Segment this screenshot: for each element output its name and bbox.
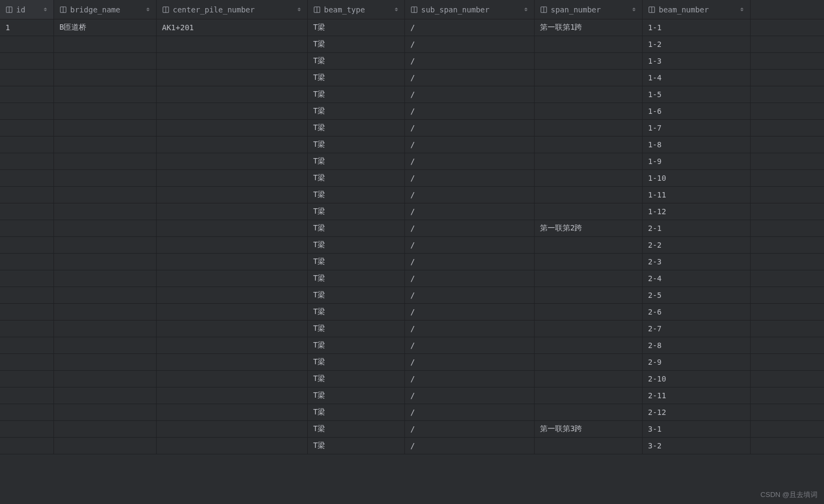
- cell-sub_span_number[interactable]: /: [405, 371, 535, 387]
- cell-beam_number[interactable]: 1-5: [643, 86, 751, 103]
- cell-bridge_name[interactable]: [54, 120, 157, 136]
- cell-sub_span_number[interactable]: /: [405, 337, 535, 353]
- table-row[interactable]: 1B匝道桥AK1+201T梁/第一联第1跨1-1: [0, 19, 824, 36]
- cell-sub_span_number[interactable]: /: [405, 170, 535, 186]
- cell-beam_type[interactable]: T梁: [308, 321, 405, 337]
- cell-beam_type[interactable]: T梁: [308, 237, 405, 253]
- cell-beam_number[interactable]: 1-9: [643, 153, 751, 169]
- table-row[interactable]: T梁/2-3: [0, 254, 824, 270]
- cell-span_number[interactable]: [535, 137, 643, 153]
- table-row[interactable]: T梁/2-5: [0, 287, 824, 304]
- cell-span_number[interactable]: [535, 321, 643, 337]
- cell-sub_span_number[interactable]: /: [405, 19, 535, 36]
- cell-span_number[interactable]: [535, 103, 643, 119]
- cell-span_number[interactable]: [535, 254, 643, 270]
- cell-id[interactable]: [0, 371, 54, 387]
- cell-sub_span_number[interactable]: /: [405, 304, 535, 320]
- cell-bridge_name[interactable]: [54, 321, 157, 337]
- cell-bridge_name[interactable]: [54, 387, 157, 404]
- cell-beam_number[interactable]: 2-5: [643, 287, 751, 303]
- table-row[interactable]: T梁/1-3: [0, 53, 824, 70]
- table-row[interactable]: T梁/2-4: [0, 270, 824, 287]
- cell-span_number[interactable]: [535, 36, 643, 52]
- cell-beam_type[interactable]: T梁: [308, 19, 405, 36]
- cell-id[interactable]: 1: [0, 19, 54, 36]
- cell-sub_span_number[interactable]: /: [405, 203, 535, 220]
- cell-beam_number[interactable]: 2-3: [643, 254, 751, 270]
- cell-beam_number[interactable]: 1-1: [643, 19, 751, 36]
- cell-sub_span_number[interactable]: /: [405, 53, 535, 69]
- cell-bridge_name[interactable]: [54, 304, 157, 320]
- column-header-beam_type[interactable]: beam_type: [308, 0, 405, 19]
- cell-sub_span_number[interactable]: /: [405, 287, 535, 303]
- cell-center_pile_number[interactable]: AK1+201: [157, 19, 308, 36]
- table-row[interactable]: T梁/第一联第2跨2-1: [0, 220, 824, 237]
- cell-beam_number[interactable]: 3-2: [643, 438, 751, 454]
- cell-sub_span_number[interactable]: /: [405, 103, 535, 119]
- cell-bridge_name[interactable]: [54, 421, 157, 437]
- cell-beam_type[interactable]: T梁: [308, 137, 405, 153]
- cell-span_number[interactable]: [535, 337, 643, 353]
- cell-span_number[interactable]: [535, 203, 643, 220]
- cell-sub_span_number[interactable]: /: [405, 86, 535, 103]
- cell-beam_type[interactable]: T梁: [308, 220, 405, 236]
- cell-center_pile_number[interactable]: [157, 371, 308, 387]
- cell-id[interactable]: [0, 220, 54, 236]
- cell-beam_type[interactable]: T梁: [308, 86, 405, 103]
- table-row[interactable]: T梁/2-2: [0, 237, 824, 254]
- cell-beam_number[interactable]: 2-7: [643, 321, 751, 337]
- cell-id[interactable]: [0, 120, 54, 136]
- cell-id[interactable]: [0, 387, 54, 404]
- cell-center_pile_number[interactable]: [157, 270, 308, 287]
- cell-span_number[interactable]: [535, 371, 643, 387]
- cell-sub_span_number[interactable]: /: [405, 153, 535, 169]
- cell-span_number[interactable]: [535, 287, 643, 303]
- cell-center_pile_number[interactable]: [157, 203, 308, 220]
- cell-beam_number[interactable]: 2-9: [643, 354, 751, 370]
- cell-beam_number[interactable]: 2-11: [643, 387, 751, 404]
- cell-sub_span_number[interactable]: /: [405, 220, 535, 236]
- cell-id[interactable]: [0, 36, 54, 52]
- cell-sub_span_number[interactable]: /: [405, 404, 535, 420]
- table-row[interactable]: T梁/1-6: [0, 103, 824, 120]
- cell-beam_type[interactable]: T梁: [308, 53, 405, 69]
- cell-beam_type[interactable]: T梁: [308, 153, 405, 169]
- cell-span_number[interactable]: [535, 187, 643, 203]
- column-header-span_number[interactable]: span_number: [535, 0, 643, 19]
- cell-center_pile_number[interactable]: [157, 53, 308, 69]
- cell-bridge_name[interactable]: [54, 270, 157, 287]
- cell-bridge_name[interactable]: [54, 438, 157, 454]
- cell-beam_number[interactable]: 2-6: [643, 304, 751, 320]
- cell-id[interactable]: [0, 287, 54, 303]
- cell-bridge_name[interactable]: [54, 86, 157, 103]
- cell-sub_span_number[interactable]: /: [405, 421, 535, 437]
- cell-span_number[interactable]: [535, 120, 643, 136]
- cell-beam_number[interactable]: 1-11: [643, 187, 751, 203]
- cell-bridge_name[interactable]: [54, 203, 157, 220]
- table-row[interactable]: T梁/2-9: [0, 354, 824, 371]
- cell-bridge_name[interactable]: [54, 237, 157, 253]
- cell-bridge_name[interactable]: [54, 220, 157, 236]
- cell-sub_span_number[interactable]: /: [405, 137, 535, 153]
- cell-beam_type[interactable]: T梁: [308, 371, 405, 387]
- cell-center_pile_number[interactable]: [157, 120, 308, 136]
- table-row[interactable]: T梁/1-4: [0, 70, 824, 86]
- cell-beam_type[interactable]: T梁: [308, 304, 405, 320]
- cell-beam_type[interactable]: T梁: [308, 337, 405, 353]
- cell-span_number[interactable]: [535, 304, 643, 320]
- cell-bridge_name[interactable]: B匝道桥: [54, 19, 157, 36]
- table-row[interactable]: T梁/1-9: [0, 153, 824, 170]
- cell-beam_type[interactable]: T梁: [308, 404, 405, 420]
- cell-beam_type[interactable]: T梁: [308, 421, 405, 437]
- cell-beam_number[interactable]: 1-2: [643, 36, 751, 52]
- cell-id[interactable]: [0, 354, 54, 370]
- cell-id[interactable]: [0, 187, 54, 203]
- column-header-id[interactable]: id: [0, 0, 54, 19]
- cell-beam_number[interactable]: 1-6: [643, 103, 751, 119]
- table-row[interactable]: T梁/2-8: [0, 337, 824, 354]
- cell-center_pile_number[interactable]: [157, 421, 308, 437]
- cell-center_pile_number[interactable]: [157, 354, 308, 370]
- cell-bridge_name[interactable]: [54, 254, 157, 270]
- cell-bridge_name[interactable]: [54, 53, 157, 69]
- cell-span_number[interactable]: [535, 170, 643, 186]
